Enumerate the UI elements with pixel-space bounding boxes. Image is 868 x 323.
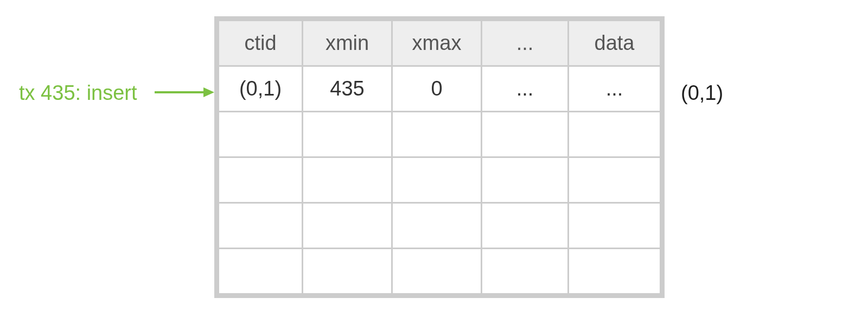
cell-ctid (219, 157, 303, 203)
svg-marker-1 (203, 87, 214, 97)
cell-data (569, 157, 661, 203)
cell-data (569, 112, 661, 157)
cell-ellipsis: ... (482, 66, 569, 112)
cell-ctid (219, 112, 303, 157)
cell-ellipsis (482, 249, 569, 294)
cell-xmax: 0 (392, 66, 482, 112)
cell-xmin (303, 249, 392, 294)
header-xmin: xmin (303, 21, 392, 66)
arrow-icon (155, 84, 214, 100)
cell-ctid: (0,1) (219, 66, 303, 112)
cell-ellipsis (482, 112, 569, 157)
cell-xmin: 435 (303, 66, 392, 112)
tuple-table: ctid xmin xmax ... data (0,1) 435 0 ... … (214, 16, 665, 298)
cell-xmin (303, 157, 392, 203)
table-row (219, 112, 661, 157)
table-row (219, 249, 661, 294)
cell-xmax (392, 157, 482, 203)
cell-data: ... (569, 66, 661, 112)
table-header-row: ctid xmin xmax ... data (219, 21, 661, 66)
header-data: data (569, 21, 661, 66)
transaction-annotation: tx 435: insert (19, 81, 137, 105)
header-ctid: ctid (219, 21, 303, 66)
cell-xmax (392, 112, 482, 157)
table-row (219, 203, 661, 249)
cell-ellipsis (482, 157, 569, 203)
cell-ellipsis (482, 203, 569, 249)
table-row: (0,1) 435 0 ... ... (219, 66, 661, 112)
cell-xmax (392, 249, 482, 294)
header-xmax: xmax (392, 21, 482, 66)
cell-data (569, 203, 661, 249)
header-ellipsis: ... (482, 21, 569, 66)
cell-xmin (303, 203, 392, 249)
row-pointer-label: (0,1) (681, 81, 723, 105)
cell-xmax (392, 203, 482, 249)
cell-data (569, 249, 661, 294)
cell-ctid (219, 249, 303, 294)
cell-ctid (219, 203, 303, 249)
table-row (219, 157, 661, 203)
cell-xmin (303, 112, 392, 157)
